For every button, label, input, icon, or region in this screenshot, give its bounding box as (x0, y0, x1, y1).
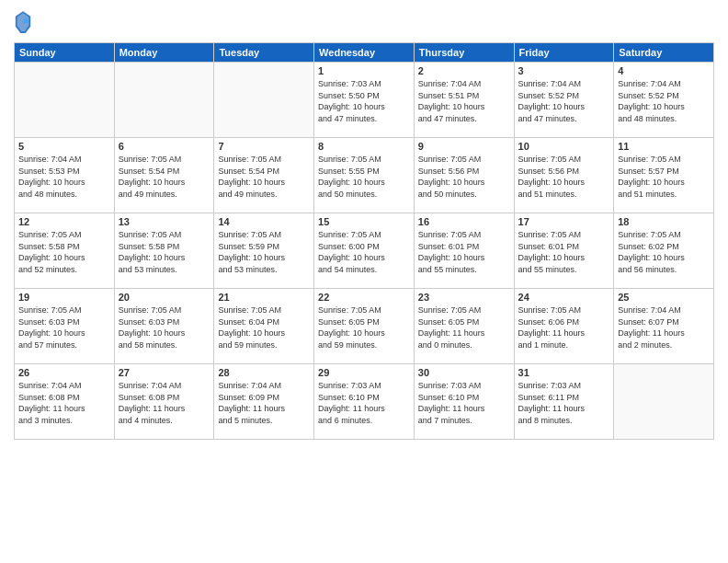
day-info-line: Daylight: 10 hours (418, 101, 510, 113)
day-info-line: and 53 minutes. (119, 264, 210, 276)
calendar-cell: 21Sunrise: 7:05 AMSunset: 6:04 PMDayligh… (214, 289, 314, 364)
weekday-header-tuesday: Tuesday (214, 43, 314, 63)
day-info-line: and 58 minutes. (119, 339, 210, 351)
day-info-line: Daylight: 10 hours (318, 327, 410, 339)
day-info-line: Sunset: 6:05 PM (418, 316, 510, 328)
day-info-line: and 52 minutes. (18, 264, 110, 276)
day-info-line: Daylight: 11 hours (18, 403, 110, 415)
day-number: 10 (518, 141, 610, 152)
calendar-cell: 9Sunrise: 7:05 AMSunset: 5:56 PMDaylight… (414, 138, 514, 213)
day-info-line: Sunrise: 7:04 AM (518, 78, 610, 90)
day-info-line: Daylight: 11 hours (518, 403, 610, 415)
day-info-line: Sunset: 6:01 PM (518, 241, 610, 253)
calendar-cell: 27Sunrise: 7:04 AMSunset: 6:08 PMDayligh… (114, 364, 214, 440)
day-info-line: Sunrise: 7:03 AM (418, 380, 510, 392)
day-info-line: Sunset: 5:58 PM (18, 241, 110, 253)
day-info-line: Daylight: 10 hours (119, 252, 210, 264)
day-info-line: Sunset: 6:00 PM (318, 241, 410, 253)
day-info-line: and 49 minutes. (119, 189, 210, 201)
day-number: 29 (318, 367, 410, 378)
day-info-line: Sunrise: 7:05 AM (119, 229, 210, 241)
weekday-header-friday: Friday (514, 43, 614, 63)
day-info-line: Sunset: 6:02 PM (618, 241, 710, 253)
day-info-line: Daylight: 10 hours (318, 252, 410, 264)
day-info-line: Daylight: 11 hours (318, 403, 410, 415)
day-number: 1 (318, 65, 410, 76)
day-number: 14 (218, 216, 310, 227)
calendar-cell: 22Sunrise: 7:05 AMSunset: 6:05 PMDayligh… (314, 289, 415, 364)
day-info-line: Daylight: 10 hours (518, 252, 610, 264)
day-info-line: Sunrise: 7:03 AM (318, 78, 410, 90)
day-number: 6 (119, 141, 210, 152)
day-info-line: Sunrise: 7:04 AM (18, 154, 110, 166)
day-info-line: Sunrise: 7:05 AM (318, 304, 410, 316)
day-number: 17 (518, 216, 610, 227)
day-info-line: Sunset: 6:06 PM (518, 316, 610, 328)
day-number: 31 (518, 367, 610, 378)
day-info-line: Sunrise: 7:03 AM (518, 380, 610, 392)
day-info-line: Daylight: 10 hours (218, 327, 310, 339)
day-info-line: Sunrise: 7:05 AM (418, 154, 510, 166)
calendar-cell (214, 63, 314, 138)
day-info-line: Daylight: 11 hours (119, 403, 210, 415)
day-info-line: and 8 minutes. (518, 415, 610, 427)
day-info-line: Daylight: 10 hours (218, 177, 310, 189)
day-number: 13 (119, 216, 210, 227)
day-info-line: Daylight: 11 hours (218, 403, 310, 415)
calendar-cell: 17Sunrise: 7:05 AMSunset: 6:01 PMDayligh… (514, 213, 614, 289)
day-info-line: and 47 minutes. (418, 113, 510, 125)
day-info-line: Daylight: 10 hours (119, 177, 210, 189)
calendar-cell: 20Sunrise: 7:05 AMSunset: 6:03 PMDayligh… (114, 289, 214, 364)
day-info-line: Sunrise: 7:05 AM (518, 304, 610, 316)
day-info-line: Sunset: 6:04 PM (218, 316, 310, 328)
calendar-cell: 23Sunrise: 7:05 AMSunset: 6:05 PMDayligh… (414, 289, 514, 364)
day-info-line: Daylight: 11 hours (418, 403, 510, 415)
calendar-cell: 11Sunrise: 7:05 AMSunset: 5:57 PMDayligh… (614, 138, 714, 213)
day-info-line: Sunset: 5:59 PM (218, 241, 310, 253)
day-info-line: and 3 minutes. (18, 415, 110, 427)
day-info-line: and 57 minutes. (18, 339, 110, 351)
day-info-line: and 54 minutes. (318, 264, 410, 276)
day-info-line: Sunset: 6:10 PM (418, 392, 510, 404)
calendar-cell (15, 63, 115, 138)
day-number: 22 (318, 292, 410, 303)
day-number: 23 (418, 292, 510, 303)
day-info-line: Daylight: 10 hours (618, 177, 710, 189)
day-info-line: Sunset: 6:05 PM (318, 316, 410, 328)
day-info-line: Sunset: 5:52 PM (518, 90, 610, 102)
day-info-line: and 55 minutes. (418, 264, 510, 276)
day-info-line: Sunset: 6:07 PM (618, 316, 710, 328)
day-info-line: Sunset: 5:54 PM (119, 166, 210, 178)
day-info-line: Sunrise: 7:05 AM (418, 304, 510, 316)
day-info-line: Daylight: 10 hours (18, 327, 110, 339)
day-info-line: and 47 minutes. (518, 113, 610, 125)
day-info-line: Daylight: 11 hours (618, 327, 710, 339)
day-number: 5 (18, 141, 110, 152)
week-row-2: 12Sunrise: 7:05 AMSunset: 5:58 PMDayligh… (15, 213, 714, 289)
day-number: 20 (119, 292, 210, 303)
day-number: 9 (418, 141, 510, 152)
day-info-line: Sunset: 6:01 PM (418, 241, 510, 253)
day-info-line: Daylight: 11 hours (518, 327, 610, 339)
day-info-line: and 56 minutes. (618, 264, 710, 276)
calendar-cell: 31Sunrise: 7:03 AMSunset: 6:11 PMDayligh… (514, 364, 614, 440)
day-info-line: Sunset: 6:09 PM (218, 392, 310, 404)
day-info-line: Sunset: 5:58 PM (119, 241, 210, 253)
calendar-cell: 6Sunrise: 7:05 AMSunset: 5:54 PMDaylight… (114, 138, 214, 213)
day-number: 18 (618, 216, 710, 227)
weekday-header-monday: Monday (114, 43, 214, 63)
calendar-cell: 29Sunrise: 7:03 AMSunset: 6:10 PMDayligh… (314, 364, 415, 440)
day-info-line: Sunrise: 7:05 AM (218, 304, 310, 316)
day-info-line: and 6 minutes. (318, 415, 410, 427)
day-info-line: Sunset: 5:54 PM (218, 166, 310, 178)
day-info-line: and 48 minutes. (618, 113, 710, 125)
day-info-line: Sunrise: 7:05 AM (518, 154, 610, 166)
day-number: 3 (518, 65, 610, 76)
calendar-cell: 30Sunrise: 7:03 AMSunset: 6:10 PMDayligh… (414, 364, 514, 440)
day-info-line: Sunset: 5:53 PM (18, 166, 110, 178)
day-info-line: and 59 minutes. (218, 339, 310, 351)
day-info-line: and 49 minutes. (218, 189, 310, 201)
day-info-line: Sunset: 6:11 PM (518, 392, 610, 404)
day-info-line: and 0 minutes. (418, 339, 510, 351)
day-info-line: Sunrise: 7:05 AM (119, 154, 210, 166)
